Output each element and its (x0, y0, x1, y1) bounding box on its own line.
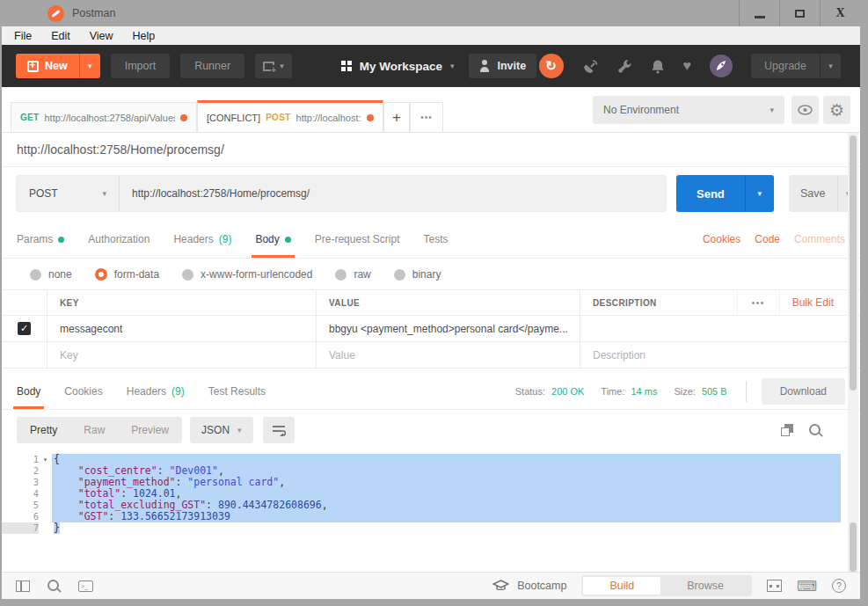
tab-pre-request-script[interactable]: Pre-request Script (315, 221, 400, 258)
sync-button[interactable]: ↻ (539, 54, 564, 78)
menu-file[interactable]: File (14, 30, 32, 42)
import-button[interactable]: Import (111, 54, 170, 78)
unsaved-dot-icon (180, 114, 187, 121)
response-tab-cookies[interactable]: Cookies (64, 373, 102, 409)
radio-form-data[interactable]: form-data (95, 268, 159, 281)
tab-params[interactable]: Params (17, 221, 64, 258)
radio-icon (30, 269, 41, 281)
build-browse-segment: Build Browse (581, 575, 751, 596)
radio-binary[interactable]: binary (394, 268, 441, 281)
toggle-sidebar-button[interactable] (16, 580, 30, 592)
tab-label: Test Results (208, 385, 266, 398)
bootcamp-button[interactable]: Bootcamp (492, 580, 566, 592)
plus-icon (27, 61, 39, 72)
environment-selector[interactable]: No Environment ▾ (593, 96, 784, 124)
eye-icon (798, 105, 813, 115)
runner-button[interactable]: Runner (180, 54, 244, 78)
radio-none[interactable]: none (30, 268, 72, 281)
fold-arrow-icon[interactable]: ▾ (39, 454, 52, 465)
value-value: bbgyu <payment_method>personal card</pay… (329, 323, 567, 335)
size-label: Size: (674, 386, 695, 397)
request-tab-2-active[interactable]: [CONFLICT] POST http://localhost:207 (197, 100, 383, 132)
environment-settings-button[interactable]: ⚙ (823, 96, 850, 124)
response-body-editor[interactable]: 1 ▾ { 2 "cost_centre": "Dev001", 3 "paym… (2, 450, 841, 571)
tab-body[interactable]: Body (255, 221, 290, 258)
cookies-link[interactable]: Cookies (703, 233, 740, 245)
menu-edit[interactable]: Edit (51, 30, 70, 42)
view-raw[interactable]: Raw (70, 424, 118, 436)
user-avatar[interactable] (710, 55, 733, 77)
find-button[interactable] (47, 580, 61, 593)
shortcuts-button[interactable]: ⌨ (797, 578, 817, 595)
key-cell[interactable]: Key (47, 342, 317, 368)
comments-link[interactable]: Comments (794, 233, 845, 245)
description-cell[interactable] (580, 316, 860, 341)
build-toggle[interactable]: Build (583, 577, 660, 595)
bulk-edit-link[interactable]: Bulk Edit (779, 290, 848, 315)
close-button[interactable]: X (820, 0, 860, 26)
new-dropdown-button[interactable]: ▾ (79, 54, 100, 78)
response-tab-test-results[interactable]: Test Results (208, 373, 266, 409)
maximize-button[interactable] (779, 0, 820, 26)
value-cell[interactable]: bbgyu <payment_method>personal card</pay… (317, 316, 580, 341)
upgrade-button[interactable]: Upgrade (751, 54, 820, 78)
method-select[interactable]: POST ▾ (17, 176, 120, 211)
window-controls: X (739, 0, 860, 26)
api-network-icon[interactable] (582, 59, 599, 74)
tab-method-badge: GET (20, 113, 39, 122)
menu-help[interactable]: Help (133, 30, 156, 42)
minimize-button[interactable] (739, 0, 779, 26)
scrollbar-thumb[interactable] (850, 135, 857, 391)
two-pane-button[interactable] (767, 580, 782, 592)
close-icon: X (835, 6, 844, 20)
environment-preview-button[interactable] (791, 96, 819, 124)
url-input[interactable]: http://localhost:2758/Home/procemsg/ (120, 176, 666, 211)
upgrade-dropdown-button[interactable]: ▾ (820, 54, 841, 78)
tab-options-button[interactable]: ••• (410, 102, 443, 132)
send-button[interactable]: Send (676, 175, 745, 212)
table-options-button[interactable]: ••• (737, 290, 779, 315)
value-cell[interactable]: Value (317, 342, 580, 368)
key-cell[interactable]: messagecont (47, 316, 317, 341)
format-select[interactable]: JSON ▾ (190, 417, 253, 443)
new-tab-button[interactable]: + (383, 102, 410, 132)
view-pretty[interactable]: Pretty (17, 424, 70, 436)
scrollbar-thumb[interactable] (850, 522, 857, 572)
tab-authorization[interactable]: Authorization (88, 221, 150, 258)
description-cell[interactable]: Description (580, 342, 860, 368)
chevron-down-icon: ▾ (102, 189, 106, 198)
tab-tests[interactable]: Tests (423, 221, 448, 258)
menu-view[interactable]: View (90, 30, 113, 42)
vertical-scrollbar[interactable] (848, 133, 858, 572)
browse-toggle[interactable]: Browse (660, 577, 750, 595)
view-preview[interactable]: Preview (118, 424, 182, 436)
request-tab-1[interactable]: GET http://localhost:2758/api/Values/ (11, 102, 197, 132)
new-button[interactable]: New (16, 54, 79, 78)
heart-icon[interactable]: ♥ (683, 58, 692, 74)
save-button[interactable]: Save (789, 175, 837, 212)
invite-button[interactable]: Invite (469, 54, 537, 78)
response-tab-body[interactable]: Body (17, 373, 40, 409)
help-button[interactable]: ? (832, 579, 846, 593)
tab-count: (9) (219, 233, 232, 245)
bell-icon[interactable] (651, 59, 665, 74)
radio-raw[interactable]: raw (335, 268, 370, 281)
two-pane-icon (767, 580, 782, 592)
column-header-key: KEY (60, 298, 79, 308)
response-tab-headers[interactable]: Headers(9) (127, 373, 185, 409)
tab-headers[interactable]: Headers(9) (173, 221, 231, 258)
wrench-icon[interactable] (617, 59, 632, 74)
wrap-lines-button[interactable] (263, 417, 295, 443)
search-icon[interactable] (809, 424, 822, 437)
open-new-window-button[interactable]: ▾ (255, 54, 292, 78)
workspace-selector[interactable]: My Workspace ▾ (341, 60, 455, 73)
row-checkbox-checked[interactable]: ✓ (18, 322, 31, 335)
code-link[interactable]: Code (755, 233, 780, 245)
key-placeholder: Key (60, 349, 78, 361)
send-dropdown-button[interactable]: ▾ (745, 175, 774, 212)
console-button[interactable]: >_ (78, 580, 93, 592)
radio-x-www-form-urlencoded[interactable]: x-www-form-urlencoded (182, 268, 312, 281)
copy-icon[interactable] (781, 424, 793, 436)
main-toolbar: New ▾ Import Runner ▾ My Workspace ▾ Inv… (2, 45, 860, 87)
download-button[interactable]: Download (762, 378, 845, 405)
